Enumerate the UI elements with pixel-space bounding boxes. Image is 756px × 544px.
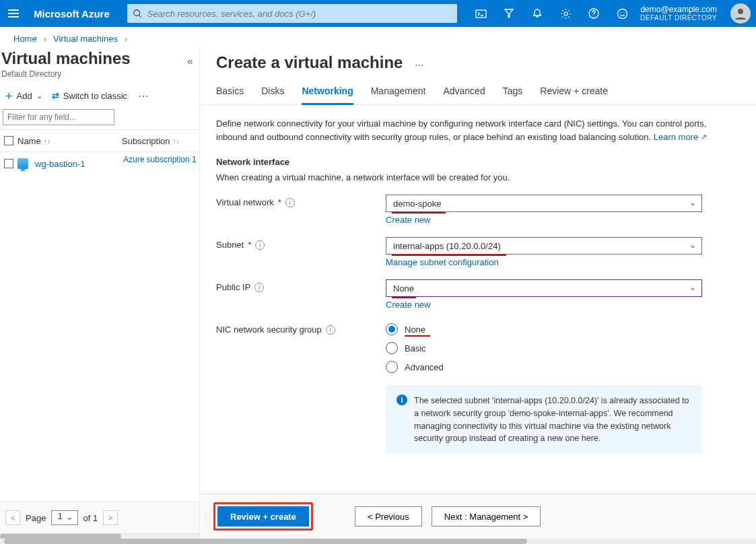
blade-toolbar: + Add ⌄ ⇄ Switch to classic ⋯ <box>0 88 199 108</box>
tab-tags[interactable]: Tags <box>503 86 523 104</box>
svg-point-6 <box>617 9 627 18</box>
subnet-label: Subnet* i <box>216 237 386 250</box>
pager-prev[interactable]: < <box>5 510 20 525</box>
row-checkbox[interactable] <box>0 159 18 168</box>
nsg-info-text: The selected subnet 'internal-apps (10.2… <box>414 395 691 445</box>
account-info[interactable]: demo@example.com DEFAULT DIRECTORY <box>640 5 720 22</box>
pip-create-new[interactable]: Create new <box>386 300 430 310</box>
pager: < Page 1 of 1 > <box>0 502 199 533</box>
column-name[interactable]: Name ↑↓ <box>18 136 122 146</box>
top-icons <box>468 0 635 27</box>
feedback-icon[interactable] <box>609 0 635 27</box>
vm-icon <box>18 158 28 169</box>
global-search[interactable] <box>127 4 457 23</box>
networking-description: Define network connectivity for your vir… <box>216 117 714 143</box>
collapse-icon[interactable]: « <box>187 56 193 67</box>
svg-point-7 <box>620 12 621 13</box>
network-interface-heading: Network interface <box>216 157 740 167</box>
help-icon[interactable] <box>581 0 607 27</box>
cloud-shell-icon[interactable] <box>468 0 493 27</box>
pager-page-select[interactable]: 1 <box>51 510 77 525</box>
tab-networking[interactable]: Networking <box>302 86 353 105</box>
chevron-down-icon: ⌄ <box>689 283 696 292</box>
tab-advanced[interactable]: Advanced <box>443 86 485 104</box>
chevron-down-icon: ⌄ <box>689 198 696 207</box>
svg-point-9 <box>738 9 743 14</box>
review-create-highlight: Review + create <box>213 502 313 531</box>
info-icon[interactable]: i <box>285 198 295 207</box>
search-input[interactable] <box>146 8 452 20</box>
chevron-down-icon: ⌄ <box>36 92 42 100</box>
horizontal-scrollbar[interactable] <box>0 533 199 539</box>
review-create-button[interactable]: Review + create <box>217 506 309 526</box>
brand[interactable]: Microsoft Azure <box>34 8 110 20</box>
avatar[interactable] <box>730 3 751 24</box>
sort-icon: ↑↓ <box>173 137 180 145</box>
column-subscription[interactable]: Subscription ↑↓ <box>122 136 199 146</box>
nsg-radio-none[interactable]: None <box>386 323 702 335</box>
info-icon: i <box>397 395 407 405</box>
account-directory: DEFAULT DIRECTORY <box>640 14 717 22</box>
create-vm-blade: Create a virtual machine ⋯ Basics Disks … <box>200 46 756 539</box>
subscription-link[interactable]: Azure subscription 1 <box>122 154 197 174</box>
table-header: Name ↑↓ Subscription ↑↓ <box>0 129 199 152</box>
vnet-create-new[interactable]: Create new <box>386 215 430 225</box>
settings-icon[interactable] <box>553 0 578 27</box>
menu-icon[interactable] <box>5 5 22 22</box>
public-ip-label: Public IP i <box>216 279 386 292</box>
wizard-footer: Review + create < Previous Next : Manage… <box>200 494 756 539</box>
chevron-right-icon: › <box>125 34 127 44</box>
vm-list-blade: « Virtual machines Default Directory + A… <box>0 46 200 539</box>
switch-label: Switch to classic <box>63 91 127 101</box>
search-icon <box>133 9 142 18</box>
vnet-select[interactable]: demo-spoke ⌄ <box>386 195 702 212</box>
info-icon[interactable]: i <box>255 240 265 250</box>
chevron-down-icon: ⌄ <box>689 240 696 250</box>
manage-subnet-link[interactable]: Manage subnet configuration <box>386 257 499 267</box>
info-icon[interactable]: i <box>254 283 264 292</box>
filter-wrap <box>3 109 114 125</box>
tab-management[interactable]: Management <box>371 86 426 104</box>
page-scrollbar[interactable] <box>0 539 756 544</box>
crumb-home[interactable]: Home <box>13 34 37 44</box>
chevron-right-icon: › <box>44 34 46 44</box>
tab-basics[interactable]: Basics <box>216 86 244 104</box>
account-email: demo@example.com <box>640 5 717 14</box>
blade-title: Virtual machines <box>0 46 199 68</box>
filter-input[interactable] <box>3 109 114 125</box>
svg-rect-2 <box>476 10 486 18</box>
svg-point-5 <box>593 15 594 16</box>
switch-classic-button[interactable]: ⇄ Switch to classic <box>52 91 127 101</box>
directory-filter-icon[interactable] <box>496 0 522 27</box>
svg-line-1 <box>139 15 141 18</box>
vnet-label: Virtual network* i <box>216 195 386 207</box>
previous-button[interactable]: < Previous <box>355 506 422 526</box>
radio-icon <box>386 361 398 373</box>
radio-icon <box>386 323 398 335</box>
notifications-icon[interactable] <box>524 0 550 27</box>
pager-next[interactable]: > <box>103 510 118 525</box>
public-ip-select[interactable]: None ⌄ <box>386 279 702 297</box>
more-icon[interactable]: ⋯ <box>415 60 425 70</box>
pager-page-label: Page <box>26 513 46 523</box>
vm-name-link[interactable]: wg-bastion-1 <box>35 159 85 169</box>
topbar: Microsoft Azure demo@example.com DEFAULT… <box>0 0 756 27</box>
external-link-icon: ↗ <box>701 133 707 141</box>
add-label: Add <box>17 91 32 101</box>
tab-review[interactable]: Review + create <box>540 86 608 104</box>
nsg-radio-advanced[interactable]: Advanced <box>386 361 702 373</box>
next-button[interactable]: Next : Management > <box>432 506 541 526</box>
learn-more-link[interactable]: Learn more ↗ <box>654 132 707 142</box>
select-all-checkbox[interactable] <box>0 136 18 145</box>
page-title: Create a virtual machine <box>216 53 403 72</box>
subnet-select[interactable]: internal-apps (10.20.0.0/24) ⌄ <box>386 237 702 254</box>
add-button[interactable]: + Add ⌄ <box>5 91 42 101</box>
svg-point-0 <box>134 10 140 16</box>
svg-point-3 <box>564 12 568 15</box>
crumb-vms[interactable]: Virtual machines <box>53 34 118 44</box>
pager-of: of 1 <box>83 513 98 523</box>
info-icon[interactable]: i <box>326 325 335 335</box>
tab-disks[interactable]: Disks <box>261 86 284 104</box>
nsg-radio-basic[interactable]: Basic <box>386 342 702 354</box>
table-row[interactable]: wg-bastion-1 Azure subscription 1 <box>0 152 199 175</box>
